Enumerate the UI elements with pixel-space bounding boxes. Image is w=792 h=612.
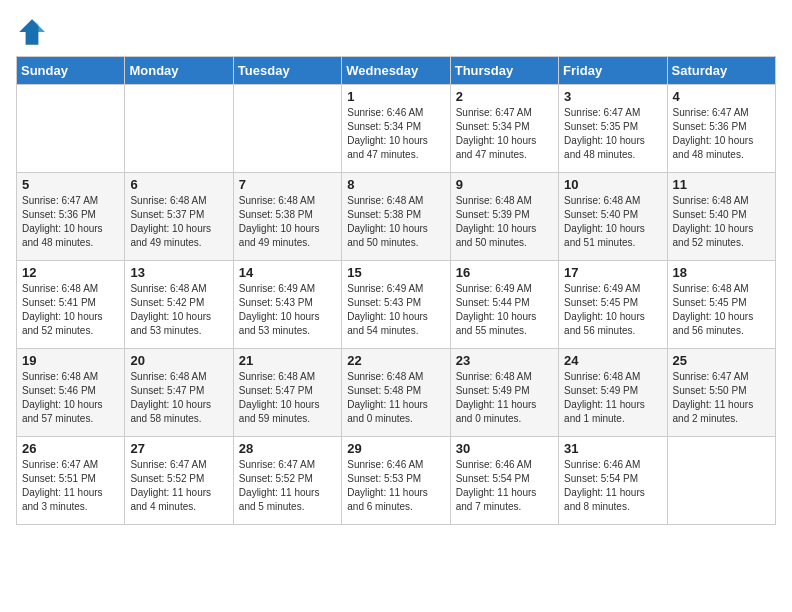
day-number: 21: [239, 353, 336, 368]
day-info: Sunrise: 6:47 AM Sunset: 5:52 PM Dayligh…: [130, 458, 227, 514]
day-header-sunday: Sunday: [17, 57, 125, 85]
calendar-cell: 28Sunrise: 6:47 AM Sunset: 5:52 PM Dayli…: [233, 437, 341, 525]
calendar-cell: 27Sunrise: 6:47 AM Sunset: 5:52 PM Dayli…: [125, 437, 233, 525]
day-number: 15: [347, 265, 444, 280]
calendar-cell: 10Sunrise: 6:48 AM Sunset: 5:40 PM Dayli…: [559, 173, 667, 261]
day-header-tuesday: Tuesday: [233, 57, 341, 85]
day-info: Sunrise: 6:49 AM Sunset: 5:45 PM Dayligh…: [564, 282, 661, 338]
day-info: Sunrise: 6:48 AM Sunset: 5:42 PM Dayligh…: [130, 282, 227, 338]
day-number: 3: [564, 89, 661, 104]
day-number: 26: [22, 441, 119, 456]
day-info: Sunrise: 6:49 AM Sunset: 5:43 PM Dayligh…: [239, 282, 336, 338]
day-info: Sunrise: 6:47 AM Sunset: 5:36 PM Dayligh…: [673, 106, 770, 162]
day-info: Sunrise: 6:48 AM Sunset: 5:47 PM Dayligh…: [239, 370, 336, 426]
day-number: 28: [239, 441, 336, 456]
calendar-cell: 20Sunrise: 6:48 AM Sunset: 5:47 PM Dayli…: [125, 349, 233, 437]
calendar-cell: 1Sunrise: 6:46 AM Sunset: 5:34 PM Daylig…: [342, 85, 450, 173]
day-info: Sunrise: 6:48 AM Sunset: 5:38 PM Dayligh…: [239, 194, 336, 250]
calendar-week-row: 1Sunrise: 6:46 AM Sunset: 5:34 PM Daylig…: [17, 85, 776, 173]
day-info: Sunrise: 6:48 AM Sunset: 5:39 PM Dayligh…: [456, 194, 553, 250]
calendar-cell: 29Sunrise: 6:46 AM Sunset: 5:53 PM Dayli…: [342, 437, 450, 525]
calendar-cell: 22Sunrise: 6:48 AM Sunset: 5:48 PM Dayli…: [342, 349, 450, 437]
calendar-cell: 5Sunrise: 6:47 AM Sunset: 5:36 PM Daylig…: [17, 173, 125, 261]
day-info: Sunrise: 6:48 AM Sunset: 5:40 PM Dayligh…: [673, 194, 770, 250]
day-info: Sunrise: 6:48 AM Sunset: 5:49 PM Dayligh…: [456, 370, 553, 426]
day-number: 27: [130, 441, 227, 456]
calendar-cell: [233, 85, 341, 173]
calendar-week-row: 12Sunrise: 6:48 AM Sunset: 5:41 PM Dayli…: [17, 261, 776, 349]
calendar-cell: 31Sunrise: 6:46 AM Sunset: 5:54 PM Dayli…: [559, 437, 667, 525]
day-info: Sunrise: 6:46 AM Sunset: 5:34 PM Dayligh…: [347, 106, 444, 162]
day-info: Sunrise: 6:48 AM Sunset: 5:38 PM Dayligh…: [347, 194, 444, 250]
calendar-cell: 16Sunrise: 6:49 AM Sunset: 5:44 PM Dayli…: [450, 261, 558, 349]
calendar-cell: 21Sunrise: 6:48 AM Sunset: 5:47 PM Dayli…: [233, 349, 341, 437]
calendar-cell: 11Sunrise: 6:48 AM Sunset: 5:40 PM Dayli…: [667, 173, 775, 261]
page-header: [16, 16, 776, 48]
day-number: 14: [239, 265, 336, 280]
calendar-cell: 15Sunrise: 6:49 AM Sunset: 5:43 PM Dayli…: [342, 261, 450, 349]
day-number: 29: [347, 441, 444, 456]
day-number: 6: [130, 177, 227, 192]
calendar-cell: 13Sunrise: 6:48 AM Sunset: 5:42 PM Dayli…: [125, 261, 233, 349]
day-info: Sunrise: 6:47 AM Sunset: 5:51 PM Dayligh…: [22, 458, 119, 514]
day-info: Sunrise: 6:48 AM Sunset: 5:37 PM Dayligh…: [130, 194, 227, 250]
day-number: 7: [239, 177, 336, 192]
day-header-wednesday: Wednesday: [342, 57, 450, 85]
day-number: 23: [456, 353, 553, 368]
day-info: Sunrise: 6:47 AM Sunset: 5:36 PM Dayligh…: [22, 194, 119, 250]
day-number: 18: [673, 265, 770, 280]
day-number: 5: [22, 177, 119, 192]
day-number: 10: [564, 177, 661, 192]
logo: [16, 16, 52, 48]
calendar-cell: 18Sunrise: 6:48 AM Sunset: 5:45 PM Dayli…: [667, 261, 775, 349]
day-number: 9: [456, 177, 553, 192]
day-number: 20: [130, 353, 227, 368]
calendar-table: SundayMondayTuesdayWednesdayThursdayFrid…: [16, 56, 776, 525]
calendar-cell: 4Sunrise: 6:47 AM Sunset: 5:36 PM Daylig…: [667, 85, 775, 173]
day-info: Sunrise: 6:49 AM Sunset: 5:44 PM Dayligh…: [456, 282, 553, 338]
calendar-cell: 19Sunrise: 6:48 AM Sunset: 5:46 PM Dayli…: [17, 349, 125, 437]
day-number: 16: [456, 265, 553, 280]
day-number: 24: [564, 353, 661, 368]
day-info: Sunrise: 6:47 AM Sunset: 5:35 PM Dayligh…: [564, 106, 661, 162]
day-info: Sunrise: 6:46 AM Sunset: 5:54 PM Dayligh…: [456, 458, 553, 514]
day-info: Sunrise: 6:48 AM Sunset: 5:41 PM Dayligh…: [22, 282, 119, 338]
calendar-cell: 23Sunrise: 6:48 AM Sunset: 5:49 PM Dayli…: [450, 349, 558, 437]
day-number: 8: [347, 177, 444, 192]
day-info: Sunrise: 6:47 AM Sunset: 5:50 PM Dayligh…: [673, 370, 770, 426]
calendar-week-row: 26Sunrise: 6:47 AM Sunset: 5:51 PM Dayli…: [17, 437, 776, 525]
calendar-cell: 3Sunrise: 6:47 AM Sunset: 5:35 PM Daylig…: [559, 85, 667, 173]
calendar-cell: 2Sunrise: 6:47 AM Sunset: 5:34 PM Daylig…: [450, 85, 558, 173]
calendar-cell: 6Sunrise: 6:48 AM Sunset: 5:37 PM Daylig…: [125, 173, 233, 261]
day-header-saturday: Saturday: [667, 57, 775, 85]
day-number: 12: [22, 265, 119, 280]
day-info: Sunrise: 6:47 AM Sunset: 5:52 PM Dayligh…: [239, 458, 336, 514]
day-info: Sunrise: 6:46 AM Sunset: 5:53 PM Dayligh…: [347, 458, 444, 514]
day-info: Sunrise: 6:48 AM Sunset: 5:47 PM Dayligh…: [130, 370, 227, 426]
day-number: 4: [673, 89, 770, 104]
calendar-cell: 30Sunrise: 6:46 AM Sunset: 5:54 PM Dayli…: [450, 437, 558, 525]
day-number: 30: [456, 441, 553, 456]
calendar-cell: 25Sunrise: 6:47 AM Sunset: 5:50 PM Dayli…: [667, 349, 775, 437]
day-info: Sunrise: 6:46 AM Sunset: 5:54 PM Dayligh…: [564, 458, 661, 514]
day-number: 11: [673, 177, 770, 192]
calendar-cell: 26Sunrise: 6:47 AM Sunset: 5:51 PM Dayli…: [17, 437, 125, 525]
calendar-cell: 7Sunrise: 6:48 AM Sunset: 5:38 PM Daylig…: [233, 173, 341, 261]
calendar-cell: [125, 85, 233, 173]
day-info: Sunrise: 6:48 AM Sunset: 5:48 PM Dayligh…: [347, 370, 444, 426]
calendar-cell: 9Sunrise: 6:48 AM Sunset: 5:39 PM Daylig…: [450, 173, 558, 261]
day-info: Sunrise: 6:47 AM Sunset: 5:34 PM Dayligh…: [456, 106, 553, 162]
calendar-cell: 12Sunrise: 6:48 AM Sunset: 5:41 PM Dayli…: [17, 261, 125, 349]
day-number: 25: [673, 353, 770, 368]
day-number: 19: [22, 353, 119, 368]
day-info: Sunrise: 6:49 AM Sunset: 5:43 PM Dayligh…: [347, 282, 444, 338]
day-header-thursday: Thursday: [450, 57, 558, 85]
day-number: 17: [564, 265, 661, 280]
day-header-friday: Friday: [559, 57, 667, 85]
logo-icon: [16, 16, 48, 48]
calendar-cell: [667, 437, 775, 525]
day-info: Sunrise: 6:48 AM Sunset: 5:49 PM Dayligh…: [564, 370, 661, 426]
calendar-week-row: 5Sunrise: 6:47 AM Sunset: 5:36 PM Daylig…: [17, 173, 776, 261]
calendar-cell: 14Sunrise: 6:49 AM Sunset: 5:43 PM Dayli…: [233, 261, 341, 349]
calendar-header-row: SundayMondayTuesdayWednesdayThursdayFrid…: [17, 57, 776, 85]
